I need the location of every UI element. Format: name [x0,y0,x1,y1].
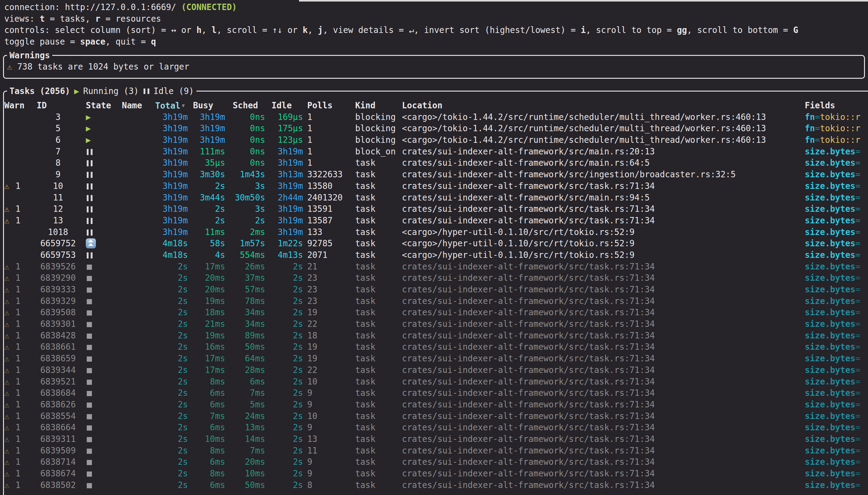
cell-warn: ⚠1 [4,272,35,284]
duration-value: 6ms [210,388,225,398]
task-row[interactable]: ⚠168386612s16ms50ms2s19taskcrates/sui-in… [4,341,868,353]
task-row[interactable]: ⚠168393292s19ms78ms2s23taskcrates/sui-in… [4,295,868,307]
cell-sched: 5ms [233,399,265,410]
cell-busy: 17ms [193,261,225,273]
cell-id: 6839508 [37,307,79,318]
task-row[interactable]: 5▶3h19m3h19m0ns175µs1blocking<cargo>/tok… [4,123,868,134]
task-row[interactable]: 10183h19m11ms2ms3h19m133task<cargo>/hype… [4,226,868,238]
warning-icon: ⚠ [4,261,10,271]
task-row[interactable]: ⚠168386262s6ms5ms2s9taskcrates/sui-index… [4,399,868,410]
cell-polls: 18 [307,330,352,341]
task-row[interactable]: ⚠168387142s6ms20ms2s9taskcrates/sui-inde… [4,456,868,468]
field-equals: = [855,457,861,467]
task-row[interactable]: ⚠1133h19m2s2s3h19m13587taskcrates/sui-in… [4,215,868,226]
task-row[interactable]: 66597524m18s58s1m57s1m22s92785task<cargo… [4,238,868,249]
column-header-busy[interactable]: Busy [193,100,225,112]
cell-warn [4,192,35,204]
duration-value: 3m44s [200,192,225,202]
column-header-name[interactable]: Name [122,100,151,112]
column-header-warn[interactable]: Warn [4,100,35,112]
duration-value: 10ms [245,468,265,478]
cell-location: crates/sui-indexer-alt-framework/src/tas… [402,364,802,376]
cell-busy: 6ms [193,387,225,399]
cell-polls: 10 [307,410,352,422]
cell-busy: 111ms [193,146,225,157]
task-row[interactable]: 73h19m111ms0ns3h19m1block_oncrates/sui-i… [4,146,868,157]
duration-value: 14ms [245,434,265,444]
warning-icon: ⚠ [4,307,10,317]
cell-total: 3h19m [155,112,188,123]
task-row[interactable]: 3▶3h19m3h19m0ns169µs1blocking<cargo>/tok… [4,112,868,123]
task-row[interactable]: ⚠168393112s10ms14ms2s13taskcrates/sui-in… [4,433,868,445]
duration-value: 2s [293,319,303,329]
task-row[interactable]: ⚠168393012s21ms34ms2s22taskcrates/sui-in… [4,318,868,330]
cell-sched: 13ms [233,422,265,433]
cell-fields: size.bytes= [805,192,868,204]
task-row[interactable]: 93h19m3m30s1m43s3h13m3322633taskcrates/s… [4,169,868,181]
column-header-total[interactable]: Total▿ [155,100,188,112]
column-label: Kind [355,100,375,110]
cell-id: 6839521 [37,376,79,388]
cell-fields: size.bytes= [805,169,868,181]
column-header-sched[interactable]: Sched [233,100,265,112]
task-row[interactable]: ⚠168386742s8ms10ms2s9taskcrates/sui-inde… [4,468,868,479]
cell-location: crates/sui-indexer-alt-framework/src/tas… [402,203,802,215]
duration-value: 2s [178,377,188,386]
task-row[interactable]: ⚠168386642s6ms13ms2s9taskcrates/sui-inde… [4,422,868,433]
column-header-fields[interactable]: Fields [805,100,868,112]
cell-location: <cargo>/hyper-util-0.1.10/src/rt/tokio.r… [402,238,802,249]
column-label: Warn [4,100,24,110]
paused-icon [144,88,149,94]
field-equals: = [855,192,861,202]
task-row[interactable]: 83h19m35µs0ns3h19m1taskcrates/sui-indexe… [4,157,868,169]
cell-busy: 18ms [193,307,225,318]
duration-value: 0ns [250,123,265,133]
paused-icon [87,183,93,189]
duration-value: 0ns [250,112,265,122]
column-header-idle[interactable]: Idle [271,100,303,112]
duration-value: 50ms [245,342,265,352]
task-row[interactable]: ⚠168393442s17ms28ms2s22taskcrates/sui-in… [4,364,868,376]
cell-warn: ⚠1 [4,318,35,330]
completed-icon [87,483,92,488]
field-equals: = [855,181,861,191]
column-header-loc[interactable]: Location [402,100,802,112]
duration-value: 19ms [205,330,225,340]
task-row[interactable]: 66597534m18s4s554ms4m13s2071task<cargo>/… [4,249,868,261]
field-equals: = [855,365,861,375]
cell-id: 6839509 [37,445,79,457]
field-key: size.bytes [805,342,855,352]
field-key: size.bytes [805,238,855,248]
cell-busy: 3m44s [193,192,225,204]
duration-value: 3h19m [278,227,303,237]
task-row[interactable]: ⚠168395092s8ms7ms2s11taskcrates/sui-inde… [4,445,868,457]
completed-icon [87,322,92,327]
field-equals: = [855,434,861,444]
column-header-kind[interactable]: Kind [355,100,400,112]
duration-value: 3h19m [163,192,188,202]
task-row[interactable]: ⚠168385542s7ms24ms2s10taskcrates/sui-ind… [4,410,868,422]
task-row[interactable]: ⚠168384282s19ms89ms2s18taskcrates/sui-in… [4,330,868,341]
task-row[interactable]: 6▶3h19m3h19m0ns123µs1blocking<cargo>/tok… [4,134,868,146]
cell-idle: 2s [271,318,303,330]
task-row[interactable]: ⚠1103h19m2s3s3h19m13580taskcrates/sui-in… [4,181,868,192]
cell-total: 3h19m [155,157,188,169]
task-row[interactable]: ⚠168395262s17ms26ms2s21taskcrates/sui-in… [4,261,868,273]
cell-polls: 19 [307,341,352,353]
task-row[interactable]: ⚠168386592s17ms64ms2s19taskcrates/sui-in… [4,353,868,364]
task-row[interactable]: ⚠168392902s20ms37ms2s23taskcrates/sui-in… [4,272,868,284]
task-row[interactable]: ⚠168393332s20ms57ms2s23taskcrates/sui-in… [4,284,868,295]
field-equals: = [855,285,861,294]
task-row[interactable]: ⚠168385022s6ms50ms2s8taskcrates/sui-inde… [4,479,868,491]
task-row[interactable]: ⚠1123h19m2s3s3h19m13591taskcrates/sui-in… [4,203,868,215]
task-row[interactable]: ⚠168386842s6ms7ms2s9taskcrates/sui-index… [4,387,868,399]
column-header-polls[interactable]: Polls [307,100,352,112]
task-row[interactable]: ⚠168395082s18ms34ms2s19taskcrates/sui-in… [4,307,868,318]
column-header-id[interactable]: ID [37,100,79,112]
task-row[interactable]: ⚠168395212s8ms6ms2s10taskcrates/sui-inde… [4,376,868,388]
task-row[interactable]: 113h19m3m44s30m50s2h44m2401320taskcrates… [4,192,868,204]
column-header-state[interactable]: State [86,100,119,112]
cell-location: crates/sui-indexer-alt-framework/src/tas… [402,295,802,307]
warning-icon: ⚠ [4,457,10,467]
cell-id: 6839344 [37,364,79,376]
